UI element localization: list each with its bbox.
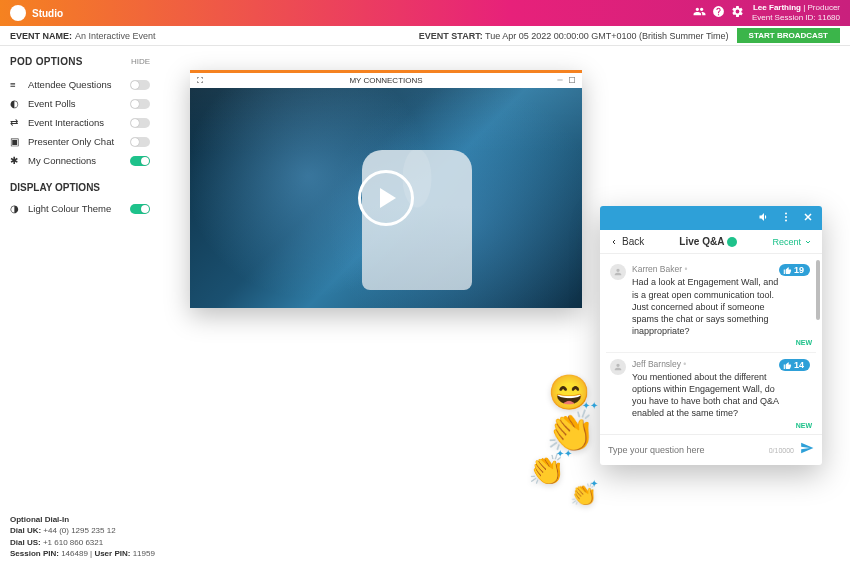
like-number: 14 <box>794 360 804 370</box>
polls-icon: ◐ <box>10 98 22 109</box>
brand-logo <box>10 5 26 21</box>
display-label: Light Colour Theme <box>28 203 124 214</box>
event-name-label: EVENT NAME: <box>10 31 72 41</box>
qa-panel: Back Live Q&A Recent Karren Baker Had a … <box>600 206 822 465</box>
window-icon[interactable] <box>568 76 576 86</box>
brand-name: Studio <box>32 8 63 19</box>
pod-label: Presenter Only Chat <box>28 136 124 147</box>
video-title-bar: MY CONNECTIONS <box>190 70 582 88</box>
video-window: MY CONNECTIONS <box>190 70 582 308</box>
close-icon[interactable] <box>802 209 814 227</box>
dial-us-label: Dial US: <box>10 538 41 547</box>
qa-text: You mentioned about the different option… <box>632 371 812 420</box>
qa-body: Karren Baker Had a look at Engagement Wa… <box>600 254 822 434</box>
pod-item-event-polls[interactable]: ◐ Event Polls <box>10 94 150 113</box>
video-title: MY CONNECTIONS <box>349 76 422 85</box>
qa-title: Live Q&A <box>644 236 772 247</box>
scrollbar[interactable] <box>816 260 820 320</box>
dial-in-info: Optional Dial-In Dial UK: +44 (0) 1295 2… <box>10 514 155 559</box>
user-pin-value: 11959 <box>133 549 155 558</box>
sidebar: POD OPTIONS HIDE ≡ Attendee Questions ◐ … <box>0 46 160 573</box>
people-icon[interactable] <box>693 4 706 22</box>
play-button[interactable] <box>358 170 414 226</box>
svg-point-2 <box>785 213 787 215</box>
user-pin-label: User PIN: <box>94 549 130 558</box>
more-icon[interactable] <box>780 209 792 227</box>
spark-icon: ✦✦ <box>556 448 572 459</box>
dial-uk-value: +44 (0) 1295 235 12 <box>43 526 115 535</box>
help-icon[interactable] <box>712 4 725 22</box>
event-start: EVENT START: Tue Apr 05 2022 00:00:00 GM… <box>419 31 729 41</box>
user-name: Lee Farthing <box>753 3 801 12</box>
qa-text: Had a look at Engagement Wall, and is a … <box>632 276 812 337</box>
qa-item: Karren Baker Had a look at Engagement Wa… <box>606 258 816 353</box>
event-start-value: Tue Apr 05 2022 00:00:00 GMT+0100 (Briti… <box>485 31 729 41</box>
dial-uk-label: Dial UK: <box>10 526 41 535</box>
qa-input-row: 0/10000 <box>600 434 822 465</box>
pod-options-heading: POD OPTIONS <box>10 56 83 67</box>
pod-label: My Connections <box>28 155 124 166</box>
display-options-heading: DISPLAY OPTIONS <box>10 182 150 193</box>
interactions-icon: ⇄ <box>10 117 22 128</box>
event-name-value: An Interactive Event <box>75 31 156 41</box>
theme-icon: ◑ <box>10 203 22 214</box>
send-button[interactable] <box>800 441 814 459</box>
qa-titlebar <box>600 206 822 230</box>
user-role: Producer <box>808 3 840 12</box>
chat-icon: ▣ <box>10 136 22 147</box>
app-header: Studio Lee Farthing | Producer Event Ses… <box>0 0 850 26</box>
pod-label: Event Polls <box>28 98 124 109</box>
dial-pin-label: Session PIN: <box>10 549 59 558</box>
toggle[interactable] <box>130 156 150 166</box>
avatar <box>610 264 626 280</box>
like-count[interactable]: 14 <box>779 359 810 371</box>
event-bar: EVENT NAME: An Interactive Event EVENT S… <box>0 26 850 46</box>
qa-item: Jeff Barnsley You mentioned about the di… <box>606 353 816 435</box>
volume-icon[interactable] <box>758 209 770 227</box>
toggle[interactable] <box>130 99 150 109</box>
like-count[interactable]: 19 <box>779 264 810 276</box>
hide-link[interactable]: HIDE <box>131 57 150 66</box>
user-block: Lee Farthing | Producer Event Session ID… <box>752 3 840 22</box>
char-counter: 0/10000 <box>769 447 794 454</box>
toggle[interactable] <box>130 118 150 128</box>
toggle[interactable] <box>130 204 150 214</box>
qa-question-input[interactable] <box>608 445 763 455</box>
dial-heading: Optional Dial-In <box>10 515 69 524</box>
pod-label: Attendee Questions <box>28 79 124 90</box>
pod-label: Event Interactions <box>28 117 124 128</box>
pod-item-my-connections[interactable]: ✱ My Connections <box>10 151 150 170</box>
sort-recent[interactable]: Recent <box>772 237 812 247</box>
pod-item-attendee-questions[interactable]: ≡ Attendee Questions <box>10 75 150 94</box>
spark-icon: ✦✦ <box>582 400 598 411</box>
qa-header: Back Live Q&A Recent <box>600 230 822 254</box>
questions-icon: ≡ <box>10 79 22 90</box>
session-id: Event Session ID: 11680 <box>752 13 840 23</box>
header-icons <box>693 4 744 22</box>
avatar <box>610 359 626 375</box>
pod-item-event-interactions[interactable]: ⇄ Event Interactions <box>10 113 150 132</box>
qa-live-dot-icon <box>727 237 737 247</box>
minimize-icon[interactable] <box>556 76 564 86</box>
expand-icon[interactable] <box>196 76 204 86</box>
pod-item-presenter-chat[interactable]: ▣ Presenter Only Chat <box>10 132 150 151</box>
dial-pin-value: 146489 <box>61 549 88 558</box>
event-start-label: EVENT START: <box>419 31 483 41</box>
video-frame <box>190 88 582 308</box>
display-item-light-theme[interactable]: ◑ Light Colour Theme <box>10 199 150 218</box>
svg-rect-1 <box>569 77 574 82</box>
toggle[interactable] <box>130 137 150 147</box>
svg-point-3 <box>785 216 787 218</box>
svg-rect-0 <box>557 79 562 80</box>
back-label: Back <box>622 236 644 247</box>
connections-icon: ✱ <box>10 155 22 166</box>
like-number: 19 <box>794 265 804 275</box>
gear-icon[interactable] <box>731 4 744 22</box>
svg-point-4 <box>785 220 787 222</box>
start-broadcast-button[interactable]: START BROADCAST <box>737 28 840 43</box>
toggle[interactable] <box>130 80 150 90</box>
new-badge: NEW <box>632 339 812 346</box>
back-button[interactable]: Back <box>610 236 644 247</box>
dial-us-value: +1 610 860 6321 <box>43 538 103 547</box>
spark-icon: ✦ <box>590 478 598 489</box>
